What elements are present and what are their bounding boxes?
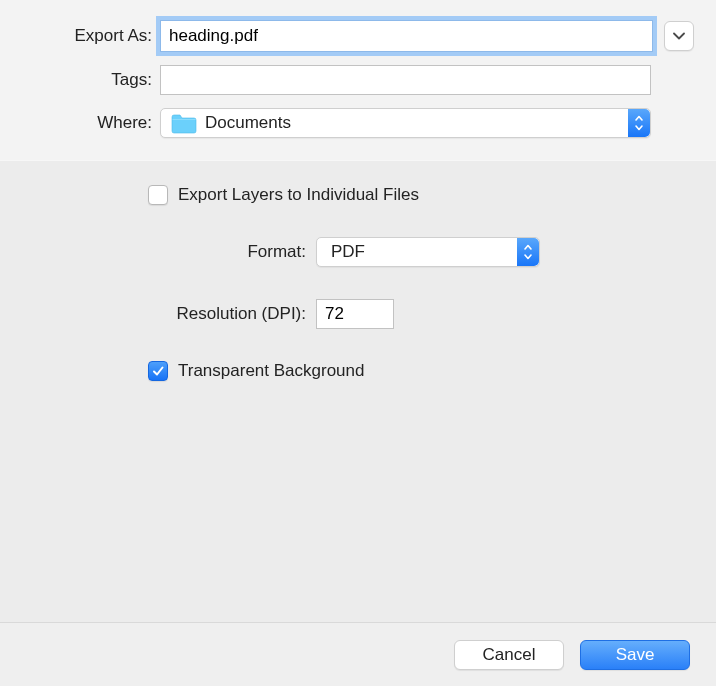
cancel-button[interactable]: Cancel xyxy=(454,640,564,670)
tags-input[interactable] xyxy=(160,65,651,95)
expand-location-button[interactable] xyxy=(664,21,694,51)
file-info-section: Export As: Tags: Where: Documents xyxy=(0,0,716,160)
resolution-label: Resolution (DPI): xyxy=(22,304,316,324)
tags-label: Tags: xyxy=(22,70,160,90)
export-as-row: Export As: xyxy=(22,20,694,52)
stepper-icon xyxy=(628,109,650,137)
save-button[interactable]: Save xyxy=(580,640,690,670)
export-layers-checkbox[interactable] xyxy=(148,185,168,205)
export-as-label: Export As: xyxy=(22,26,160,46)
folder-icon xyxy=(171,113,197,134)
transparent-bg-checkbox[interactable] xyxy=(148,361,168,381)
resolution-input[interactable] xyxy=(316,299,394,329)
svg-rect-0 xyxy=(173,119,196,120)
tags-row: Tags: xyxy=(22,65,694,95)
export-options-section: Export Layers to Individual Files Format… xyxy=(0,161,716,401)
dialog-footer: Cancel Save xyxy=(0,622,716,686)
resolution-row: Resolution (DPI): xyxy=(22,299,694,329)
where-row: Where: Documents xyxy=(22,108,694,138)
export-layers-row: Export Layers to Individual Files xyxy=(148,185,694,205)
format-label: Format: xyxy=(22,242,316,262)
format-row: Format: PDF xyxy=(22,237,694,267)
stepper-icon xyxy=(517,238,539,266)
check-icon xyxy=(151,364,165,378)
export-layers-label: Export Layers to Individual Files xyxy=(178,185,419,205)
where-select[interactable]: Documents xyxy=(160,108,651,138)
where-label: Where: xyxy=(22,113,160,133)
filename-input[interactable] xyxy=(160,20,653,52)
transparent-bg-row: Transparent Background xyxy=(148,361,694,381)
format-value: PDF xyxy=(331,242,365,262)
transparent-bg-label: Transparent Background xyxy=(178,361,364,381)
chevron-down-icon xyxy=(673,32,685,40)
where-value: Documents xyxy=(205,113,650,133)
format-select[interactable]: PDF xyxy=(316,237,540,267)
